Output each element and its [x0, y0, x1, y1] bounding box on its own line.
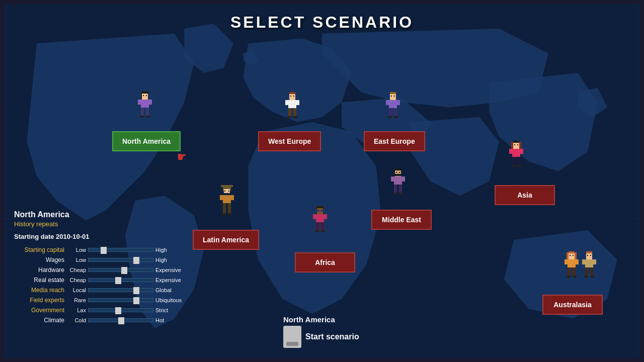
svg-rect-66 [316, 214, 324, 222]
svg-rect-39 [224, 191, 225, 192]
svg-rect-79 [512, 149, 520, 157]
svg-rect-105 [593, 259, 596, 264]
param-label: Starting capital [14, 246, 64, 253]
slider-track[interactable] [88, 298, 153, 302]
slider-track[interactable] [88, 258, 153, 262]
param-high-label: Hot [155, 317, 191, 323]
svg-rect-82 [512, 157, 515, 165]
param-label: Real estate [14, 277, 64, 284]
svg-rect-109 [590, 276, 594, 278]
param-low-label: Rare [68, 297, 86, 303]
svg-rect-107 [590, 267, 593, 276]
svg-rect-31 [397, 100, 400, 105]
svg-rect-101 [587, 255, 588, 256]
slider-track[interactable] [88, 308, 153, 312]
char-australasia-1 [562, 250, 581, 282]
svg-rect-54 [391, 176, 394, 182]
param-high-label: Global [155, 287, 191, 293]
param-low-label: Cheap [68, 277, 86, 283]
param-low-label: Cold [68, 317, 86, 323]
param-low-label: Lax [68, 307, 86, 313]
selected-region-name: North America [14, 210, 240, 219]
svg-rect-89 [569, 253, 575, 259]
param-label: Climate [14, 317, 64, 324]
slider-track[interactable] [88, 288, 153, 292]
svg-rect-19 [285, 100, 288, 105]
param-row-starting-capital: Starting capitalLowHigh [14, 246, 240, 253]
scenario-btn-asia[interactable]: Asia [495, 185, 555, 205]
start-icon-detail [286, 342, 298, 346]
slider-thumb[interactable] [115, 307, 121, 314]
param-row-wages: WagesLowHigh [14, 256, 240, 263]
slider-thumb[interactable] [115, 277, 121, 284]
slider-track[interactable] [88, 278, 153, 282]
svg-rect-3 [141, 93, 142, 99]
svg-rect-70 [321, 222, 324, 230]
svg-rect-90 [570, 255, 571, 256]
slider-thumb[interactable] [133, 257, 139, 264]
svg-rect-40 [228, 191, 229, 192]
svg-rect-100 [586, 253, 592, 259]
param-label: Media reach [14, 287, 64, 294]
param-label: Hardware [14, 266, 64, 274]
svg-rect-58 [393, 193, 397, 195]
param-row-real-estate: Real estateCheapExpensive [14, 277, 240, 284]
scenario-btn-north-america[interactable]: North America [112, 131, 181, 151]
slider-thumb[interactable] [133, 297, 139, 304]
svg-rect-5 [143, 95, 144, 96]
char-asia [507, 140, 525, 171]
scenario-btn-east-europe[interactable]: East Europe [364, 131, 425, 151]
svg-rect-92 [568, 259, 576, 267]
svg-rect-95 [568, 267, 571, 276]
svg-rect-33 [394, 108, 397, 116]
svg-rect-56 [394, 185, 397, 193]
starting-date: Starting date 2010-10-01 [14, 233, 240, 240]
slider-track[interactable] [88, 248, 153, 252]
svg-rect-10 [141, 108, 144, 116]
scenario-btn-west-europe[interactable]: West Europe [258, 131, 321, 151]
svg-rect-29 [389, 100, 397, 108]
char-africa [311, 205, 329, 236]
scenario-btn-africa[interactable]: Africa [295, 252, 355, 273]
svg-rect-91 [573, 255, 574, 256]
slider-thumb[interactable] [121, 267, 127, 274]
param-row-government: GovernmentLaxStrict [14, 307, 240, 314]
svg-rect-9 [149, 100, 152, 105]
start-area-region-label: North America [283, 315, 630, 324]
svg-rect-32 [389, 108, 392, 116]
start-button-row: Start scenario [283, 326, 630, 348]
svg-rect-36 [221, 185, 233, 187]
char-middle-east [389, 167, 407, 199]
scenario-subtitle: History repeats [14, 220, 240, 228]
slider-thumb[interactable] [101, 247, 107, 254]
svg-rect-102 [590, 255, 591, 256]
char-east-europe [384, 91, 402, 122]
slider-thumb[interactable] [133, 287, 139, 294]
start-scenario-button[interactable]: Start scenario [283, 326, 359, 348]
slider-track[interactable] [88, 268, 153, 272]
param-row-hardware: HardwareCheapExpensive [14, 266, 240, 274]
svg-rect-59 [399, 193, 403, 195]
scenario-btn-australasia[interactable]: Australasia [542, 295, 603, 315]
svg-rect-17 [293, 96, 294, 97]
svg-rect-30 [386, 100, 389, 105]
svg-rect-84 [511, 165, 515, 167]
svg-rect-18 [288, 100, 296, 108]
svg-rect-73 [511, 142, 513, 149]
slider-thumb[interactable] [118, 317, 124, 324]
svg-rect-26 [390, 94, 396, 100]
svg-rect-22 [293, 108, 296, 116]
svg-rect-74 [519, 142, 521, 149]
scenario-btn-middle-east[interactable]: Middle East [371, 210, 432, 230]
svg-rect-94 [576, 259, 579, 264]
svg-rect-93 [565, 259, 568, 264]
svg-rect-8 [138, 100, 141, 105]
svg-rect-106 [585, 267, 588, 276]
app: SELECT SCENARIO North AmericaWest Europe… [0, 0, 644, 362]
svg-rect-71 [315, 230, 319, 232]
slider-track[interactable] [88, 318, 153, 322]
svg-rect-77 [514, 144, 515, 145]
param-low-label: Low [68, 247, 86, 253]
svg-rect-98 [573, 276, 577, 278]
start-icon [283, 326, 301, 348]
